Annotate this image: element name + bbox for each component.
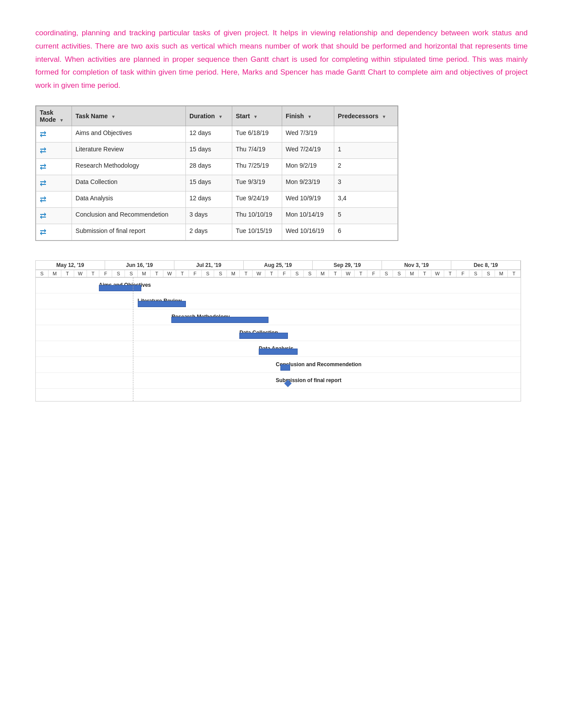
- gantt-table-wrapper: TaskMode ▼ Task Name ▼ Duration ▼ Start …: [35, 105, 398, 241]
- gantt-today-line: [133, 278, 133, 401]
- gantt-task-row: Literature Review: [36, 293, 521, 309]
- gantt-task-row: Submission of final report: [36, 373, 521, 389]
- gantt-bar: [259, 349, 298, 355]
- gantt-day-cell: T: [61, 270, 74, 277]
- th-duration: Duration ▼: [186, 106, 232, 126]
- cell-predecessors: 1: [334, 142, 398, 158]
- gantt-day-cell: T: [444, 270, 457, 277]
- gantt-day-cell: S: [214, 270, 227, 277]
- cell-finish: Mon 9/2/19: [282, 158, 334, 175]
- cell-start: Thu 7/4/19: [232, 142, 282, 158]
- gantt-day-cell: T: [329, 270, 342, 277]
- cell-finish: Wed 10/16/19: [282, 224, 334, 240]
- gantt-day-cell: S: [393, 270, 406, 277]
- cell-start: Tue 10/15/19: [232, 224, 282, 240]
- cell-duration: 28 days: [186, 158, 232, 175]
- gantt-date-cell: Sep 29, '19: [313, 261, 382, 270]
- gantt-day-cell: S: [202, 270, 215, 277]
- gantt-task-row: Data Collection: [36, 325, 521, 341]
- cell-start: Tue 9/24/19: [232, 191, 282, 207]
- gantt-day-cell: W: [342, 270, 355, 277]
- cell-predecessors: 6: [334, 224, 398, 240]
- gantt-day-cell: S: [482, 270, 495, 277]
- cell-predecessors: 5: [334, 207, 398, 224]
- gantt-task-row: Aims and Objectives: [36, 278, 521, 293]
- gantt-day-cell: M: [227, 270, 240, 277]
- gantt-day-cell: W: [253, 270, 265, 277]
- cell-duration: 15 days: [186, 175, 232, 191]
- cell-name: Submission of final report: [72, 224, 186, 240]
- gantt-day-cell: M: [317, 270, 329, 277]
- cell-duration: 15 days: [186, 142, 232, 158]
- gantt-date-cell: Jun 16, '19: [105, 261, 174, 270]
- gantt-day-cell: S: [125, 270, 138, 277]
- gantt-date-cell: Jul 21, '19: [174, 261, 244, 270]
- gantt-day-cell: F: [99, 270, 112, 277]
- gantt-day-cell: S: [469, 270, 482, 277]
- gantt-day-cell: W: [163, 270, 176, 277]
- gantt-day-cell: S: [380, 270, 393, 277]
- gantt-bar: [280, 364, 290, 371]
- gantt-date-cell: Aug 25, '19: [244, 261, 313, 270]
- gantt-day-cell: F: [278, 270, 291, 277]
- th-task-mode: TaskMode ▼: [36, 106, 72, 126]
- cell-mode: ⇄: [36, 207, 72, 224]
- gantt-day-cell: W: [431, 270, 444, 277]
- cell-name: Literature Review: [72, 142, 186, 158]
- cell-predecessors: 2: [334, 158, 398, 175]
- cell-finish: Wed 7/24/19: [282, 142, 334, 158]
- cell-mode: ⇄: [36, 191, 72, 207]
- gantt-day-cell: M: [49, 270, 61, 277]
- cell-mode: ⇄: [36, 224, 72, 240]
- cell-finish: Mon 9/23/19: [282, 175, 334, 191]
- table-row: ⇄ Research Methodology 28 days Thu 7/25/…: [36, 158, 398, 175]
- gantt-chart: May 12, '19Jun 16, '19Jul 21, '19Aug 25,…: [35, 260, 521, 402]
- cell-finish: Wed 7/3/19: [282, 126, 334, 142]
- gantt-day-cell: T: [87, 270, 100, 277]
- cell-duration: 12 days: [186, 126, 232, 142]
- th-task-name: Task Name ▼: [72, 106, 186, 126]
- cell-name: Data Analysis: [72, 191, 186, 207]
- gantt-day-cell: S: [112, 270, 125, 277]
- gantt-task-row: Research Methodology: [36, 309, 521, 325]
- gantt-day-cell: T: [508, 270, 521, 277]
- gantt-day-cell: T: [355, 270, 367, 277]
- gantt-date-cell: Dec 8, '19: [451, 261, 521, 270]
- gantt-date-cell: May 12, '19: [36, 261, 105, 270]
- gantt-day-cell: W: [74, 270, 87, 277]
- cell-mode: ⇄: [36, 126, 72, 142]
- table-row: ⇄ Conclusion and Recommendetion 3 days T…: [36, 207, 398, 224]
- gantt-bar: [239, 333, 288, 339]
- gantt-day-cell: S: [291, 270, 304, 277]
- gantt-day-cell: F: [457, 270, 469, 277]
- cell-predecessors: 3: [334, 175, 398, 191]
- cell-start: Tue 6/18/19: [232, 126, 282, 142]
- cell-name: Data Collection: [72, 175, 186, 191]
- gantt-date-header: May 12, '19Jun 16, '19Jul 21, '19Aug 25,…: [36, 261, 521, 270]
- gantt-day-cell: S: [36, 270, 49, 277]
- cell-start: Thu 10/10/19: [232, 207, 282, 224]
- cell-mode: ⇄: [36, 142, 72, 158]
- gantt-table: TaskMode ▼ Task Name ▼ Duration ▼ Start …: [36, 106, 398, 240]
- cell-start: Thu 7/25/19: [232, 158, 282, 175]
- cell-duration: 3 days: [186, 207, 232, 224]
- th-predecessors: Predecessors ▼: [334, 106, 398, 126]
- gantt-day-cell: T: [265, 270, 278, 277]
- table-row: ⇄ Data Collection 15 days Tue 9/3/19 Mon…: [36, 175, 398, 191]
- table-row: ⇄ Submission of final report 2 days Tue …: [36, 224, 398, 240]
- gantt-date-cell: Nov 3, '19: [382, 261, 451, 270]
- th-start: Start ▼: [232, 106, 282, 126]
- intro-paragraph: coordinating, planning and tracking part…: [35, 26, 528, 92]
- cell-name: Conclusion and Recommendetion: [72, 207, 186, 224]
- gantt-bar: [138, 301, 186, 307]
- cell-name: Research Methodology: [72, 158, 186, 175]
- gantt-day-cell: M: [138, 270, 151, 277]
- gantt-days-row: SMTWTFSSMTWTFSSMTWTFSSMTWTFSSMTWTFSSMT: [36, 270, 521, 278]
- cell-finish: Mon 10/14/19: [282, 207, 334, 224]
- cell-mode: ⇄: [36, 158, 72, 175]
- gantt-day-cell: T: [240, 270, 253, 277]
- cell-name: Aims and Objectives: [72, 126, 186, 142]
- th-finish: Finish ▼: [282, 106, 334, 126]
- gantt-day-cell: T: [176, 270, 189, 277]
- gantt-body: Aims and ObjectivesLiterature ReviewRese…: [36, 278, 521, 401]
